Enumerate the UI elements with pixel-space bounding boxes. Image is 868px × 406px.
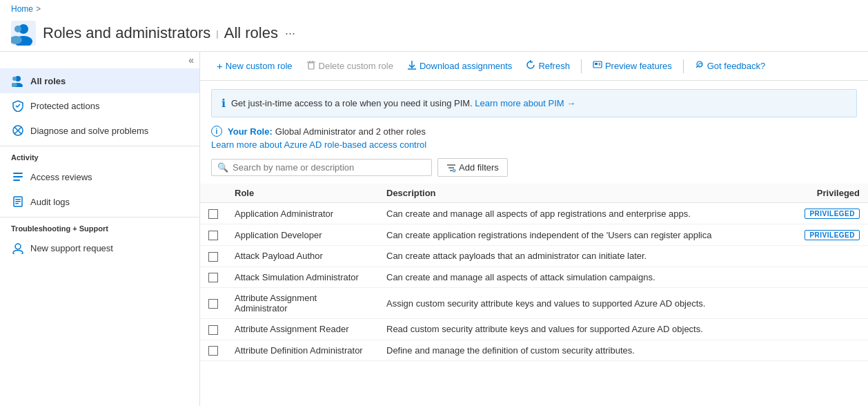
sidebar-item-all-roles-label: All roles — [30, 76, 66, 86]
svg-rect-11 — [13, 176, 23, 177]
activity-section-header: Activity — [0, 146, 199, 164]
row-role: Attribute Definition Administrator — [226, 340, 378, 361]
add-filters-button[interactable]: Add filters — [437, 158, 508, 177]
sidebar-item-access-reviews[interactable]: Access reviews — [0, 164, 199, 189]
new-custom-role-label: New custom role — [226, 61, 293, 71]
row-privileged — [785, 319, 868, 340]
audit-logs-icon — [11, 195, 25, 209]
row-checkbox[interactable] — [208, 209, 218, 219]
search-input[interactable] — [233, 162, 426, 173]
table-row: Attribute Definition Administrator Defin… — [200, 340, 868, 361]
row-checkbox-cell — [200, 203, 226, 224]
svg-point-17 — [15, 244, 21, 249]
svg-rect-14 — [15, 199, 21, 200]
svg-rect-19 — [308, 63, 314, 69]
info-text: Get just-in-time access to a role when y… — [231, 98, 575, 108]
row-role: Attack Simulation Administrator — [226, 267, 378, 288]
col-header-check — [200, 184, 226, 203]
svg-point-18 — [13, 251, 23, 255]
row-checkbox[interactable] — [208, 231, 218, 240]
row-role: Attribute Assignment Administrator — [226, 288, 378, 319]
page-header: Roles and administrators | All roles ··· — [0, 18, 868, 52]
roles-table: Role Description Privileged Application … — [200, 184, 868, 361]
row-description: Define and manage the definition of cust… — [378, 340, 785, 361]
sidebar-item-diagnose[interactable]: Diagnose and solve problems — [0, 118, 199, 143]
new-support-icon — [11, 241, 25, 255]
pim-link[interactable]: Learn more about PIM → — [475, 98, 575, 108]
toolbar-separator — [581, 59, 582, 73]
row-description: Read custom security attribute keys and … — [378, 319, 785, 340]
sidebar-item-all-roles[interactable]: All roles — [0, 68, 199, 93]
row-role: Attack Payload Author — [226, 246, 378, 267]
row-privileged: PRIVILEGED — [785, 224, 868, 246]
download-icon — [407, 60, 417, 72]
svg-point-7 — [12, 77, 17, 81]
sidebar-collapse-btn[interactable]: « — [188, 55, 194, 66]
svg-rect-26 — [595, 63, 598, 65]
privileged-badge: PRIVILEGED — [805, 230, 860, 240]
support-section-header: Troubleshooting + Support — [0, 217, 199, 235]
row-role: Attribute Assignment Reader — [226, 319, 378, 340]
sidebar-item-new-support[interactable]: New support request — [0, 235, 199, 260]
your-role-label: Your Role: — [228, 126, 273, 137]
row-checkbox[interactable] — [208, 346, 218, 356]
your-role-value: Global Administrator and 2 other roles — [275, 126, 426, 137]
access-reviews-icon — [11, 170, 25, 184]
download-assignments-button[interactable]: Download assignments — [402, 57, 517, 75]
svg-rect-16 — [15, 203, 19, 204]
table-row: Application Administrator Can create and… — [200, 203, 868, 224]
row-privileged — [785, 246, 868, 267]
svg-line-31 — [696, 66, 698, 68]
preview-features-button[interactable]: Preview features — [587, 57, 678, 75]
row-checkbox-cell — [200, 246, 226, 267]
sidebar-item-audit-logs-label: Audit logs — [30, 197, 70, 207]
plus-icon: + — [217, 60, 223, 72]
col-header-description: Description — [378, 184, 785, 203]
info-icon: ℹ — [221, 97, 226, 110]
row-checkbox-cell — [200, 224, 226, 246]
page-title: Roles and administrators — [43, 24, 210, 42]
row-privileged — [785, 267, 868, 288]
download-assignments-label: Download assignments — [420, 61, 512, 71]
table-row: Attribute Assignment Reader Read custom … — [200, 319, 868, 340]
home-link[interactable]: Home — [11, 4, 33, 14]
sidebar-item-audit-logs[interactable]: Audit logs — [0, 189, 199, 214]
diagnose-icon — [11, 124, 25, 137]
privileged-badge: PRIVILEGED — [805, 209, 860, 219]
row-checkbox[interactable] — [208, 273, 218, 282]
ellipsis-button[interactable]: ··· — [285, 26, 295, 41]
refresh-button[interactable]: Refresh — [520, 57, 575, 75]
role-section: i Your Role: Global Administrator and 2 … — [200, 126, 868, 150]
preview-icon — [593, 60, 602, 72]
sidebar: « All roles Protected actions — [0, 52, 200, 406]
got-feedback-button[interactable]: Got feedback? — [689, 57, 771, 75]
rbac-link[interactable]: Learn more about Azure AD role-based acc… — [211, 139, 857, 150]
page-icon — [11, 21, 36, 46]
sidebar-collapse: « — [0, 52, 199, 68]
delete-custom-role-button[interactable]: Delete custom role — [301, 57, 399, 75]
row-privileged: PRIVILEGED — [785, 203, 868, 224]
row-checkbox[interactable] — [208, 299, 218, 309]
new-custom-role-button[interactable]: + New custom role — [211, 57, 298, 75]
row-checkbox[interactable] — [208, 252, 218, 262]
main-content: + New custom role Delete custom role — [200, 52, 868, 406]
sidebar-item-new-support-label: New support request — [30, 243, 113, 253]
toolbar: + New custom role Delete custom role — [200, 52, 868, 81]
all-roles-icon — [11, 74, 25, 88]
table-row: Attack Simulation Administrator Can crea… — [200, 267, 868, 288]
svg-point-3 — [14, 26, 21, 32]
add-filters-label: Add filters — [459, 162, 499, 173]
col-header-role: Role — [226, 184, 378, 203]
row-checkbox[interactable] — [208, 325, 218, 335]
row-description: Can create application registrations ind… — [378, 224, 785, 246]
row-role: Application Administrator — [226, 203, 378, 224]
row-description: Assign custom security attribute keys an… — [378, 288, 785, 319]
svg-rect-12 — [13, 180, 20, 181]
sidebar-item-access-reviews-label: Access reviews — [30, 172, 92, 182]
table-row: Attack Payload Author Can create attack … — [200, 246, 868, 267]
sidebar-item-protected-actions[interactable]: Protected actions — [0, 93, 199, 118]
row-privileged — [785, 288, 868, 319]
row-checkbox-cell — [200, 340, 226, 361]
svg-point-30 — [698, 64, 702, 67]
breadcrumb-sep: > — [36, 4, 41, 14]
